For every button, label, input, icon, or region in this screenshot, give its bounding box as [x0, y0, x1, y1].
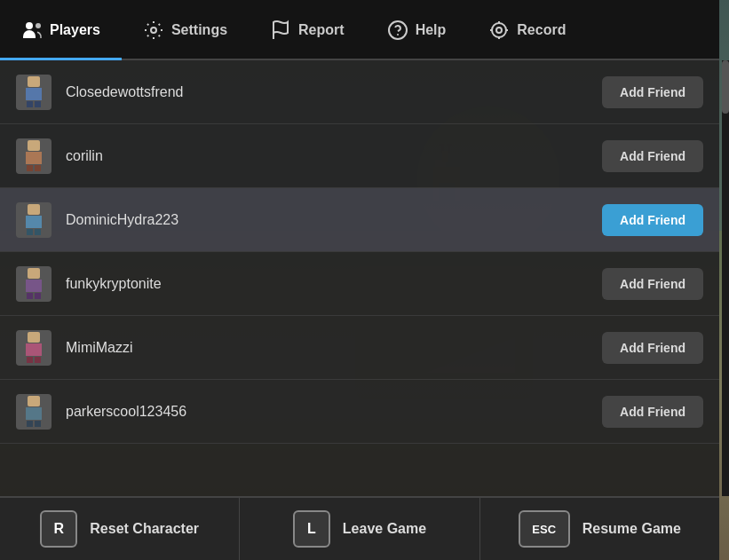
table-row: MimiMazzi Add Friend — [0, 316, 719, 380]
player-name: funkykryptonite — [66, 276, 602, 292]
avatar — [16, 330, 52, 366]
leave-key-badge: L — [293, 510, 330, 548]
tab-record[interactable]: Record — [467, 2, 587, 60]
svg-point-14 — [26, 22, 33, 29]
svg-point-20 — [492, 23, 506, 37]
tab-report[interactable]: Report — [249, 2, 366, 60]
avatar — [16, 138, 52, 174]
avatar — [16, 202, 52, 238]
tab-players-label: Players — [50, 22, 100, 38]
avatar — [16, 394, 52, 430]
add-friend-button[interactable]: Add Friend — [602, 268, 703, 300]
player-name: Closedewottsfrend — [66, 84, 602, 100]
svg-point-15 — [36, 23, 41, 28]
table-row: parkerscool123456 Add Friend — [0, 380, 719, 444]
resume-game-label: Resume Game — [582, 521, 681, 537]
scrollbar-track[interactable] — [722, 60, 729, 496]
player-list: Closedewottsfrend Add Friend corilin Add… — [0, 60, 719, 496]
table-row: corilin Add Friend — [0, 124, 719, 188]
scrollbar-thumb[interactable] — [722, 60, 729, 114]
reset-character-button[interactable]: R Reset Character — [0, 498, 240, 560]
tab-settings-label: Settings — [171, 22, 227, 38]
record-icon — [488, 20, 510, 41]
players-icon — [21, 20, 43, 41]
action-bar: R Reset Character L Leave Game ESC Resum… — [0, 496, 719, 560]
tab-players[interactable]: Players — [0, 2, 122, 60]
flag-icon — [270, 20, 291, 41]
help-icon — [387, 20, 408, 41]
svg-point-19 — [397, 34, 399, 35]
leave-game-label: Leave Game — [343, 521, 426, 537]
avatar — [16, 266, 52, 302]
tab-settings[interactable]: Settings — [122, 2, 249, 60]
table-row: funkykryptonite Add Friend — [0, 252, 719, 316]
add-friend-button[interactable]: Add Friend — [602, 140, 703, 172]
resume-key-badge: ESC — [519, 510, 570, 548]
player-name: MimiMazzi — [66, 340, 602, 356]
table-row: DominicHydra223 Add Friend — [0, 188, 719, 252]
add-friend-button[interactable]: Add Friend — [602, 76, 703, 108]
avatar — [16, 75, 52, 110]
add-friend-button[interactable]: Add Friend — [602, 396, 703, 428]
tab-help[interactable]: Help — [366, 2, 468, 60]
leave-game-button[interactable]: L Leave Game — [240, 498, 479, 560]
add-friend-button[interactable]: Add Friend — [602, 204, 703, 236]
svg-point-16 — [151, 28, 156, 33]
resume-game-button[interactable]: ESC Resume Game — [480, 498, 719, 560]
tab-record-label: Record — [517, 22, 566, 38]
tab-bar: Players Settings Report Help — [0, 0, 719, 60]
add-friend-button[interactable]: Add Friend — [602, 332, 703, 364]
tab-help-label: Help — [416, 22, 447, 38]
tab-report-label: Report — [298, 22, 345, 38]
player-name: DominicHydra223 — [66, 212, 602, 228]
reset-key-badge: R — [40, 510, 77, 548]
svg-point-21 — [496, 28, 502, 33]
player-name: corilin — [66, 148, 602, 164]
reset-character-label: Reset Character — [90, 521, 199, 537]
settings-icon — [143, 20, 164, 41]
player-name: parkerscool123456 — [66, 404, 602, 420]
panel: Players Settings Report Help — [0, 0, 719, 560]
table-row: Closedewottsfrend Add Friend — [0, 60, 719, 124]
